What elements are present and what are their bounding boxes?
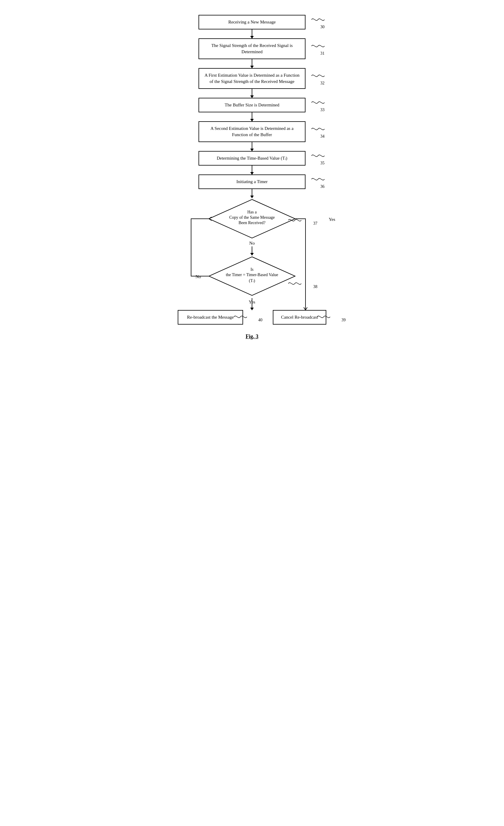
step-row-32: A First Estimation Value is Determined a… <box>166 68 338 89</box>
step-34-box: A Second Estimation Value is Determined … <box>198 121 306 142</box>
ref-32: 32 <box>311 71 326 85</box>
svg-text:Been Received?: Been Received? <box>239 221 266 225</box>
squiggle-33-icon <box>311 98 326 107</box>
step-40-wrapper: Re-broadcast the Message 40 <box>178 310 243 324</box>
step-40-box: Re-broadcast the Message <box>178 310 243 324</box>
ref-31-number: 31 <box>320 51 324 56</box>
squiggle-35-icon <box>311 151 326 160</box>
svg-text:Has a: Has a <box>247 210 257 214</box>
svg-text:Is: Is <box>251 267 253 272</box>
step-37-diamond: Has a Copy of the Same Message Been Rece… <box>207 198 297 240</box>
arrow-4 <box>252 112 252 121</box>
squiggle-34-icon <box>311 125 326 133</box>
arrow-1 <box>252 30 252 38</box>
svg-text:Copy of the Same Message: Copy of the Same Message <box>229 215 274 220</box>
squiggle-40-icon <box>234 312 249 321</box>
fig-label-text: Fig. 3 <box>246 334 259 340</box>
ref-35-number: 35 <box>320 161 324 166</box>
arrow-7 <box>252 189 252 198</box>
step-row-31: The Signal Strength of the Received Sign… <box>166 38 338 59</box>
ref-40-number: 40 <box>258 318 262 322</box>
squiggle-37-icon <box>288 216 303 225</box>
no-label-38: No <box>196 274 201 279</box>
svg-text:the Timer = Timer-Based Value: the Timer = Timer-Based Value <box>226 273 278 277</box>
squiggle-32-icon <box>311 71 326 80</box>
step-36-text: Initiating a Timer <box>237 179 268 184</box>
ref-34-number: 34 <box>320 134 324 139</box>
arrow-8 <box>252 246 252 255</box>
step-38-diamond: Is the Timer = Timer-Based Value (Tᵢ) <box>207 255 297 297</box>
step-39-wrapper: Cancel Re-broadcast 39 <box>273 310 326 324</box>
no-label-37: No <box>249 241 255 246</box>
arrow-2 <box>252 59 252 68</box>
ref-37-number: 37 <box>313 221 317 226</box>
step-row-30: Receiving a New Message 30 <box>166 15 338 30</box>
ref-32-number: 32 <box>320 81 324 85</box>
step-33-box: The Buffer Size is Determined <box>198 98 306 112</box>
no-branch-area: No Is the Timer = Timer-Based Value (Tᵢ) <box>169 241 335 324</box>
bottom-row: Re-broadcast the Message 40 Cancel Re-br… <box>178 310 326 324</box>
squiggle-31-icon <box>311 42 326 51</box>
squiggle-38-icon <box>288 279 303 288</box>
step-30-box: Receiving a New Message <box>198 15 306 30</box>
step-39-text: Cancel Re-broadcast <box>281 315 318 319</box>
arrow-6 <box>252 166 252 174</box>
ref-34: 34 <box>311 125 326 139</box>
step-35-text: Determining the Time-Based Value (Tᵢ) <box>216 156 288 161</box>
ref-30-number: 30 <box>320 25 324 30</box>
squiggle-39-icon <box>317 312 332 321</box>
diagram-container: Receiving a New Message 30 The Signal St… <box>160 6 344 358</box>
fig-label: Fig. 3 <box>246 334 259 340</box>
step-33-text: The Buffer Size is Determined <box>225 103 279 107</box>
arrow-5 <box>252 142 252 151</box>
ref-36-number: 36 <box>320 184 324 189</box>
step-31-text: The Signal Strength of the Received Sign… <box>211 43 293 54</box>
ref-33-number: 33 <box>320 108 324 112</box>
squiggle-30-icon <box>311 15 326 24</box>
ref-33: 33 <box>311 98 326 112</box>
step-row-34: A Second Estimation Value is Determined … <box>166 121 338 142</box>
ref-30: 30 <box>311 15 326 30</box>
step-40-text: Re-broadcast the Message <box>187 315 234 319</box>
step-32-box: A First Estimation Value is Determined a… <box>198 68 306 89</box>
branch-area: No Is the Timer = Timer-Based Value (Tᵢ) <box>169 241 335 324</box>
step-row-37: Has a Copy of the Same Message Been Rece… <box>166 198 338 241</box>
squiggle-36-icon <box>311 175 326 184</box>
arrow-3 <box>252 89 252 98</box>
ref-39: 39 <box>317 312 345 322</box>
step-34-text: A Second Estimation Value is Determined … <box>210 126 293 137</box>
step-row-33: The Buffer Size is Determined 33 <box>166 98 338 112</box>
ref-40: 40 <box>234 312 262 322</box>
step-31-box: The Signal Strength of the Received Sign… <box>198 38 306 59</box>
ref-31: 31 <box>311 42 326 56</box>
arrow-9 <box>252 298 252 310</box>
yes-label-37: Yes <box>329 217 335 222</box>
step-row-38: Is the Timer = Timer-Based Value (Tᵢ) 38… <box>207 255 297 298</box>
step-32-text: A First Estimation Value is Determined a… <box>204 73 300 84</box>
ref-39-number: 39 <box>341 318 345 322</box>
step-row-35: Determining the Time-Based Value (Tᵢ) 35 <box>166 151 338 166</box>
ref-36: 36 <box>311 175 326 189</box>
ref-38-number: 38 <box>313 285 317 289</box>
svg-text:(Tᵢ): (Tᵢ) <box>249 279 255 283</box>
ref-35: 35 <box>311 151 326 166</box>
step-36-box: Initiating a Timer <box>198 174 306 189</box>
step-30-text: Receiving a New Message <box>228 20 276 24</box>
step-35-box: Determining the Time-Based Value (Tᵢ) <box>198 151 306 166</box>
ref-37: 37 <box>288 216 317 226</box>
ref-38: 38 <box>288 279 317 289</box>
step-row-36: Initiating a Timer 36 <box>166 174 338 189</box>
